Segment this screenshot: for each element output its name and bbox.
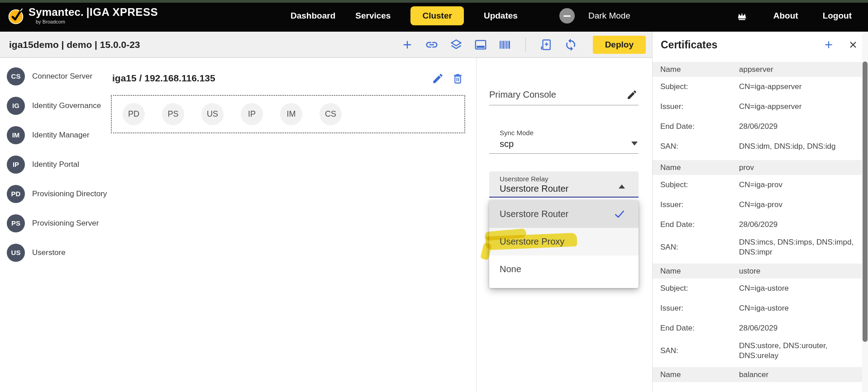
sync-icon xyxy=(564,38,577,52)
cert-field-label: SAN: xyxy=(653,243,739,252)
cert-issuer-row: Issuer: CN=iga-ustore xyxy=(653,298,868,318)
scrollbar-thumb[interactable] xyxy=(863,61,868,342)
sidebar-item-provisioning-server[interactable]: PS Provisioning Server xyxy=(0,208,109,238)
top-navbar: Symantec. |IGA XPRESS by Broadcom Dashbo… xyxy=(0,0,868,32)
cert-field-value: CN=iga-prov xyxy=(739,200,868,210)
cert-name-field-label: Name xyxy=(653,267,739,276)
service-badge: US xyxy=(7,244,25,262)
cert-end-date-row: End Date: 28/06/2029 xyxy=(653,318,868,338)
deploy-button[interactable]: Deploy xyxy=(593,36,646,54)
sidebar-item-identity-manager[interactable]: IM Identity Manager xyxy=(0,120,109,150)
chevron-down-icon[interactable] xyxy=(631,142,638,146)
service-badge: CS xyxy=(7,67,25,85)
service-chip-pd[interactable]: PD xyxy=(123,103,145,125)
relay-option-label: Userstore Proxy xyxy=(500,236,564,247)
console-display-button[interactable] xyxy=(474,38,487,52)
relay-option-userstore-router[interactable]: Userstore Router xyxy=(489,200,639,228)
service-chip-cs[interactable]: CS xyxy=(320,103,342,125)
cert-name-row[interactable]: Name prov xyxy=(653,160,868,175)
nav-links: DashboardServicesClusterUpdates xyxy=(291,0,518,32)
service-chip-ps[interactable]: PS xyxy=(162,103,184,125)
delete-node-button[interactable] xyxy=(451,71,464,85)
nav-item-dashboard[interactable]: Dashboard xyxy=(291,11,335,21)
sidebar-item-userstore[interactable]: US Userstore xyxy=(0,238,109,267)
brand-byline: by Broadcom xyxy=(36,19,158,24)
plus-icon xyxy=(401,38,414,51)
link-nodes-button[interactable] xyxy=(425,38,439,52)
cert-subject-row: Subject: CN=iga-appserver xyxy=(653,77,868,97)
sidebar-item-label: Provisioning Server xyxy=(32,219,99,228)
cert-field-value: CN=iga-ustore xyxy=(739,303,868,313)
cert-name-row[interactable]: Name balancer xyxy=(653,367,868,382)
pencil-icon xyxy=(432,72,444,85)
services-sidebar: CS Connector Server IG Identity Governan… xyxy=(0,58,109,392)
cert-san-row: SAN: DNS:ustore, DNS:urouter, DNS:urelay xyxy=(653,338,868,364)
sidebar-item-label: Identity Portal xyxy=(32,160,79,169)
node-properties-panel: Primary Console Sync Mode scp Userstore … xyxy=(477,58,652,392)
crown-icon xyxy=(736,10,748,22)
cert-name-value: balancer xyxy=(739,370,868,380)
sync-button[interactable] xyxy=(564,38,577,52)
cert-field-label: SAN: xyxy=(653,142,739,151)
service-chip-us[interactable]: US xyxy=(201,103,224,125)
relay-option-label: None xyxy=(500,264,521,274)
add-document-icon xyxy=(539,38,553,52)
sync-mode-value[interactable]: scp xyxy=(500,139,514,149)
node-services-box: PDPSUSIPIMCS xyxy=(111,95,465,133)
sidebar-item-identity-portal[interactable]: IP Identity Portal xyxy=(0,150,109,179)
cert-end-date-row: End Date: 28/06/2029 xyxy=(653,117,868,137)
cert-name-value: prov xyxy=(739,163,868,173)
add-certificate-button[interactable] xyxy=(822,38,835,52)
scrollbar-track[interactable] xyxy=(862,32,868,392)
sidebar-item-provisioning-directory[interactable]: PD Provisioning Directory xyxy=(0,179,109,208)
userstore-relay-select[interactable]: Userstore Relay Userstore Router xyxy=(489,171,639,198)
cert-san-row: SAN: DNS:idm, DNS:idp, DNS:idg xyxy=(653,137,868,156)
barcode-button[interactable] xyxy=(498,38,512,52)
edit-console-button[interactable] xyxy=(625,88,639,101)
cert-field-value: CN=iga-ustore xyxy=(739,283,868,293)
symantec-logo-icon xyxy=(7,6,25,26)
node-title: iga15 / 192.168.116.135 xyxy=(112,73,215,84)
certificate-entry: Name appserver Subject: CN=iga-appserver… xyxy=(653,62,868,156)
cert-subject-row: Subject: CN=iga-ustore xyxy=(653,279,868,298)
relay-option-userstore-proxy[interactable]: Userstore Proxy xyxy=(489,228,639,255)
cert-end-date-row: End Date: 28/06/2029 xyxy=(653,215,868,235)
certificate-entry: Name ustore Subject: CN=iga-ustore Issue… xyxy=(653,264,868,364)
service-badge: PS xyxy=(7,214,25,232)
cert-subject-row: Subject: CN=iga-prov xyxy=(653,175,868,195)
userstore-relay-dropdown: Userstore Router Userstore Proxy None xyxy=(489,200,639,288)
sidebar-item-label: Userstore xyxy=(32,248,66,257)
crown-menu-button[interactable] xyxy=(735,9,749,23)
dark-mode-control: Dark Mode xyxy=(559,0,630,32)
brand-name: Symantec. xyxy=(29,6,84,19)
sidebar-item-connector-server[interactable]: CS Connector Server xyxy=(0,61,109,91)
cert-name-row[interactable]: Name ustore xyxy=(653,264,868,279)
certificates-title: Certificates xyxy=(661,39,822,51)
cert-field-value: 28/06/2029 xyxy=(739,323,868,333)
dark-mode-toggle[interactable] xyxy=(559,8,575,24)
cert-field-value: CN=iga-prov xyxy=(739,180,868,190)
cert-name-row[interactable]: Name appserver xyxy=(653,62,868,77)
userstore-relay-label: Userstore Relay xyxy=(500,175,548,183)
sidebar-item-identity-governance[interactable]: IG Identity Governance xyxy=(0,91,109,120)
userstore-relay-value: Userstore Router xyxy=(500,184,568,194)
edit-node-button[interactable] xyxy=(431,71,444,85)
add-document-button[interactable] xyxy=(539,38,553,52)
service-chip-im[interactable]: IM xyxy=(280,103,302,125)
service-chip-ip[interactable]: IP xyxy=(241,103,263,125)
divider xyxy=(489,105,639,105)
toolbar-actions: Deploy xyxy=(401,36,652,54)
close-panel-button[interactable] xyxy=(846,38,860,52)
sidebar-item-label: Provisioning Directory xyxy=(32,189,107,198)
layers-button[interactable] xyxy=(449,38,463,52)
service-badge: IP xyxy=(7,156,25,174)
add-node-button[interactable] xyxy=(401,38,414,52)
nav-item-services[interactable]: Services xyxy=(355,11,391,21)
relay-option-none[interactable]: None xyxy=(489,255,639,283)
nav-item-cluster[interactable]: Cluster xyxy=(410,6,463,25)
cert-field-value: 28/06/2029 xyxy=(739,220,868,230)
logout-button[interactable]: Logout xyxy=(823,11,852,21)
about-button[interactable]: About xyxy=(773,11,798,21)
cert-field-value: DNS:ustore, DNS:urouter, DNS:urelay xyxy=(739,341,868,361)
nav-item-updates[interactable]: Updates xyxy=(484,11,518,21)
